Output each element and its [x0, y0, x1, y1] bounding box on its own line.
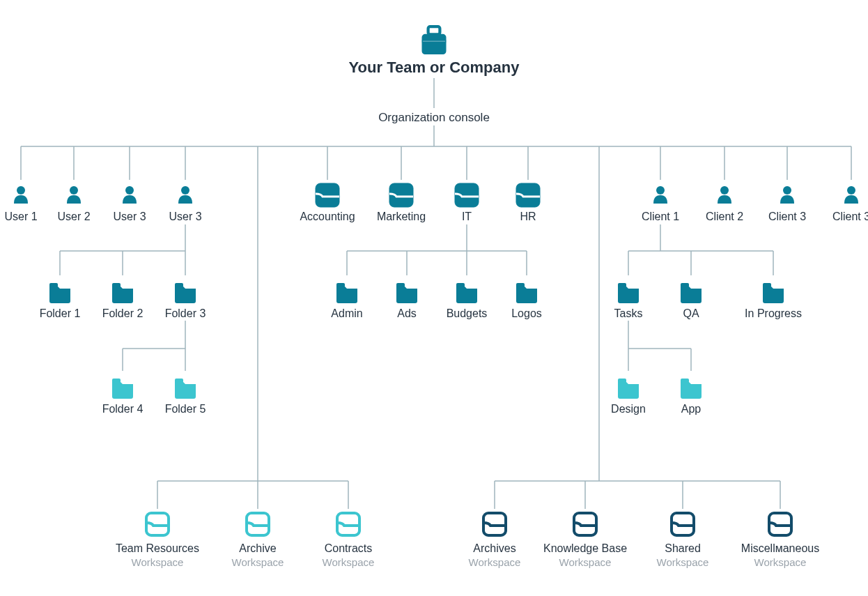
client-label: Client 2	[706, 211, 743, 222]
user-icon	[653, 186, 667, 204]
folder-icon	[618, 378, 639, 399]
user-node	[67, 186, 81, 204]
folder-node	[681, 282, 702, 303]
folder-label: Tasks	[614, 307, 643, 319]
workspace-sublabel: Workspace	[559, 556, 612, 568]
workspace-sublabel: Workspace	[232, 556, 284, 568]
folder-label: Admin	[331, 307, 362, 319]
folder-node	[681, 378, 702, 399]
folder-icon	[763, 282, 784, 303]
workspace-label: Archives	[473, 542, 516, 554]
user-icon	[14, 186, 28, 204]
workspace-icon	[247, 513, 269, 535]
user-icon	[718, 186, 731, 204]
department-label: HR	[520, 211, 536, 222]
workspace-node	[574, 513, 596, 535]
folder-icon	[681, 378, 702, 399]
folder-node	[49, 282, 70, 303]
company-title: Your Team or Company	[349, 59, 520, 76]
client-label: Client 3	[832, 211, 868, 222]
folder-icon	[112, 378, 133, 399]
client-node	[780, 186, 794, 204]
folder-icon	[336, 282, 357, 303]
department-label: IT	[462, 211, 472, 222]
folder-label: Folder 3	[165, 307, 206, 319]
folder-node	[175, 378, 196, 399]
folder-node	[175, 282, 196, 303]
workspace-sublabel: Workspace	[469, 556, 521, 568]
workspace-sublabel: Workspace	[323, 556, 375, 568]
workspace-sublabel: Workspace	[657, 556, 709, 568]
department-label: Accounting	[300, 211, 355, 222]
folder-icon	[618, 282, 639, 303]
folder-icon	[112, 282, 133, 303]
folder-label: App	[681, 403, 702, 415]
department-label: Marketing	[377, 211, 426, 222]
client-label: Client 3	[768, 211, 806, 222]
folder-node	[396, 282, 417, 303]
workspace-icon	[483, 513, 506, 535]
folder-label: Logos	[511, 307, 542, 319]
folder-icon	[175, 378, 196, 399]
user-label: User 1	[4, 211, 37, 222]
workspace-icon	[672, 513, 694, 535]
user-node	[14, 186, 28, 204]
folder-label: QA	[683, 307, 699, 319]
user-node	[178, 186, 192, 204]
workspace-icon	[574, 513, 596, 535]
workspace-node	[769, 513, 791, 535]
workspace-label: Contracts	[325, 542, 372, 554]
workspace-label: Miscellмaneous	[741, 542, 819, 554]
workspace-label: Archive	[239, 542, 276, 554]
department-node	[316, 183, 339, 207]
workspace-sublabel: Workspace	[754, 556, 807, 568]
workspace-label: Knowledge Base	[543, 542, 627, 554]
folder-icon	[396, 282, 417, 303]
workspace-icon	[146, 513, 169, 535]
folder-node	[456, 282, 477, 303]
briefcase-icon	[422, 26, 446, 54]
folder-icon	[681, 282, 702, 303]
connectors	[21, 78, 851, 509]
user-icon	[780, 186, 794, 204]
department-node	[389, 183, 413, 207]
client-node	[844, 186, 858, 204]
folder-node	[112, 282, 133, 303]
client-label: Client 1	[642, 211, 679, 222]
folder-node	[763, 282, 784, 303]
workspace-label: Team Resources	[116, 542, 199, 554]
workspace-sublabel: Workspace	[132, 556, 184, 568]
folder-icon	[175, 282, 196, 303]
folder-node	[516, 282, 537, 303]
folder-label: Folder 5	[165, 403, 206, 415]
folder-node	[618, 378, 639, 399]
folder-label: Folder 2	[102, 307, 144, 319]
folder-label: Folder 4	[102, 403, 144, 415]
user-label: User 3	[113, 211, 146, 222]
user-icon	[67, 186, 81, 204]
folder-label: In Progress	[745, 307, 802, 319]
folder-icon	[456, 282, 477, 303]
user-icon	[123, 186, 137, 204]
org-diagram: Your Team or Company Organization consol…	[0, 0, 868, 596]
folder-label: Folder 1	[40, 307, 81, 319]
workspace-node	[337, 513, 359, 535]
user-icon	[178, 186, 192, 204]
folder-node	[336, 282, 357, 303]
folder-label: Design	[611, 403, 646, 415]
workspace-node	[672, 513, 694, 535]
client-node	[653, 186, 667, 204]
company-root	[422, 26, 446, 54]
department-node	[455, 183, 479, 207]
folder-label: Ads	[397, 307, 417, 319]
user-label: User 2	[57, 211, 90, 222]
client-node	[718, 186, 731, 204]
workspace-node	[247, 513, 269, 535]
user-label: User 3	[169, 211, 201, 222]
folder-icon	[49, 282, 70, 303]
workspace-icon	[337, 513, 359, 535]
folder-icon	[516, 282, 537, 303]
folder-label: Budgets	[447, 307, 488, 319]
workspace-node	[146, 513, 169, 535]
user-icon	[844, 186, 858, 204]
